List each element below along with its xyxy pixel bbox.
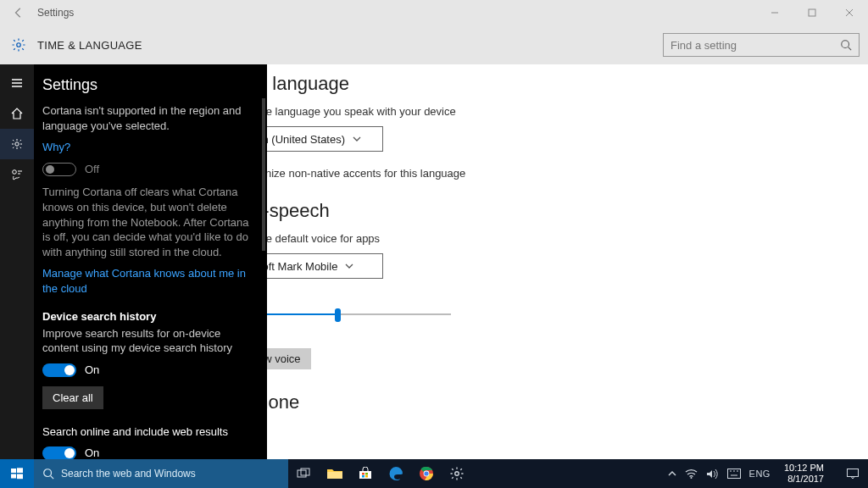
svg-rect-17 (365, 473, 368, 475)
clock-time: 10:12 PM (784, 463, 824, 474)
store-button[interactable] (351, 459, 380, 488)
taskbar-search[interactable]: Search the web and Windows (34, 459, 288, 488)
rail-settings[interactable] (0, 129, 34, 159)
gear-icon (11, 37, 26, 53)
tts-sub: e the default voice for apps (248, 232, 851, 245)
clock[interactable]: 10:12 PM 8/1/2017 (779, 463, 829, 484)
svg-line-12 (51, 476, 54, 480)
maximize-button[interactable] (793, 8, 831, 17)
chrome-button[interactable] (412, 459, 441, 488)
cortana-toggle-label: Off (85, 162, 99, 177)
taskbar-apps (288, 459, 471, 488)
chevron-down-icon (344, 261, 354, 271)
web-results-toggle-label: On (85, 446, 99, 459)
cortana-unsupported-msg: Cortana isn't supported in the region an… (42, 103, 255, 133)
clear-all-button[interactable]: Clear all (42, 386, 103, 409)
tts-heading: to-speech (248, 200, 851, 222)
svg-point-3 (842, 41, 849, 48)
manage-cloud-link[interactable]: Manage what Cortana knows about me in th… (42, 266, 255, 296)
tray-volume[interactable] (706, 469, 719, 480)
svg-rect-10 (17, 474, 23, 480)
cortana-nav-rail (0, 64, 34, 459)
language-indicator[interactable]: ENG (749, 469, 771, 479)
web-results-toggle[interactable]: On (42, 446, 255, 459)
store-icon (358, 467, 373, 480)
gear-icon (10, 137, 24, 151)
rail-feedback[interactable] (0, 159, 34, 190)
edge-button[interactable] (381, 459, 410, 488)
back-button[interactable] (0, 7, 37, 19)
svg-rect-16 (362, 473, 364, 475)
why-link[interactable]: Why? (42, 140, 255, 155)
toggle-switch-on (42, 446, 76, 459)
svg-rect-18 (362, 475, 364, 478)
taskbar: Search the web and Windows (0, 459, 868, 488)
window-title: Settings (37, 7, 756, 19)
svg-rect-7 (11, 469, 16, 473)
toggle-switch-off (42, 163, 76, 176)
find-setting-placeholder: Find a setting (670, 39, 840, 52)
svg-rect-19 (365, 475, 368, 478)
home-icon (10, 107, 24, 120)
speech-settings-page: ch language e the language you speak wit… (222, 64, 868, 459)
settings-category-icon (0, 37, 37, 53)
wifi-icon (685, 469, 698, 479)
settings-header: TIME & LANGUAGE Find a setting (0, 25, 868, 64)
chevron-up-icon (668, 469, 676, 478)
cortana-off-note: Turning Cortana off clears what Cortana … (42, 185, 255, 259)
cortana-settings-body: Settings Cortana isn't supported in the … (34, 64, 267, 459)
svg-point-5 (15, 142, 19, 146)
windows-logo-icon (10, 467, 24, 480)
chrome-icon (419, 466, 434, 481)
svg-rect-9 (11, 474, 16, 479)
svg-point-24 (690, 477, 692, 479)
svg-rect-8 (17, 468, 23, 473)
file-explorer-button[interactable] (320, 459, 349, 488)
close-button[interactable] (831, 8, 868, 17)
action-center-button[interactable] (837, 459, 868, 488)
find-setting-search[interactable]: Find a setting (663, 33, 860, 57)
web-results-heading: Search online and include web results (42, 424, 255, 440)
svg-point-22 (424, 471, 428, 475)
device-history-toggle-label: On (85, 363, 99, 378)
svg-rect-25 (727, 469, 740, 479)
tray-ime[interactable] (727, 469, 741, 479)
settings-app-button[interactable] (442, 459, 471, 488)
accent-note: cognize non-native accents for this lang… (248, 167, 851, 180)
minimize-button[interactable] (756, 8, 793, 17)
arrow-left-icon (13, 7, 25, 19)
cortana-settings-title: Settings (42, 75, 255, 95)
speech-language-heading: ch language (248, 73, 851, 95)
tray-network[interactable] (685, 469, 698, 479)
slider-thumb[interactable] (335, 308, 341, 322)
task-view-icon (297, 468, 312, 480)
page-title: TIME & LANGUAGE (37, 39, 142, 52)
edge-icon (388, 466, 403, 481)
svg-rect-14 (301, 469, 309, 475)
rail-home[interactable] (0, 98, 34, 129)
scrollbar[interactable] (262, 98, 265, 251)
speech-language-value: sh (United States) (257, 133, 345, 146)
rail-menu[interactable] (0, 68, 34, 98)
svg-rect-30 (848, 469, 859, 477)
volume-icon (706, 469, 719, 480)
voice-speed-slider[interactable] (248, 306, 451, 323)
cortana-toggle: Off (42, 162, 255, 177)
start-button[interactable] (0, 459, 34, 488)
feedback-icon (10, 168, 24, 181)
device-history-toggle[interactable]: On (42, 363, 255, 378)
chevron-down-icon (352, 134, 362, 144)
folder-icon (326, 467, 343, 480)
svg-rect-15 (327, 472, 342, 479)
tray-overflow[interactable] (668, 469, 676, 478)
microphone-heading: phone (248, 391, 851, 413)
settings-content: ch language e the language you speak wit… (0, 64, 868, 459)
voice-select-value: soft Mark Mobile (257, 260, 337, 273)
device-history-desc: Improve search results for on-device con… (42, 326, 255, 356)
speech-language-select[interactable]: sh (United States) (248, 126, 383, 152)
taskbar-search-placeholder: Search the web and Windows (61, 468, 196, 480)
task-view-button[interactable] (290, 459, 319, 488)
close-icon (845, 8, 854, 17)
voice-select[interactable]: soft Mark Mobile (248, 253, 383, 279)
search-icon (840, 39, 852, 51)
